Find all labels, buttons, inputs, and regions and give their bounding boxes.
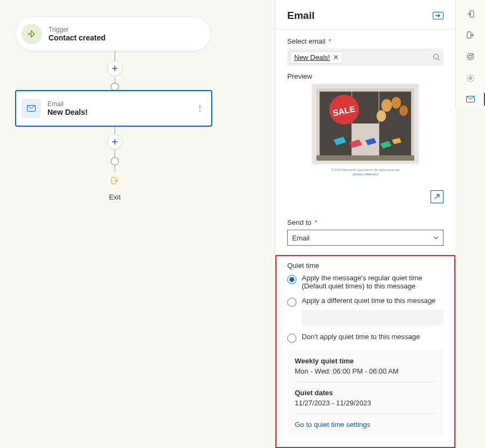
svg-point-2 <box>434 54 439 59</box>
rail-exit-icon[interactable] <box>461 27 480 44</box>
connector <box>114 165 115 172</box>
add-step-button[interactable] <box>107 61 122 76</box>
chevron-down-icon <box>433 236 439 239</box>
right-rail <box>455 0 485 108</box>
panel-header: Email <box>275 0 455 30</box>
email-select-field[interactable]: New Deals! ✕ <box>287 49 444 66</box>
email-node[interactable]: Email New Deals! ⋮ <box>15 90 212 127</box>
preview-meta: © 2023 Microsoft Corporation All rights … <box>287 168 444 177</box>
chip-remove-icon[interactable]: ✕ <box>333 53 339 61</box>
svg-point-19 <box>469 77 472 79</box>
radio-label: Apply the message's regular quiet time (… <box>302 274 444 290</box>
weekly-quiet-time-title: Weekly quiet time <box>295 357 436 365</box>
trigger-icon <box>22 24 42 44</box>
svg-rect-16 <box>467 32 471 38</box>
quiet-time-settings-link[interactable]: Go to quiet time settings <box>295 421 436 435</box>
expand-preview-button[interactable] <box>431 190 444 203</box>
email-preview: SALE © 2023 Microsoft Corporation All ri… <box>287 84 444 197</box>
quiet-dates-title: Quiet dates <box>295 389 436 397</box>
radio-icon <box>287 275 296 284</box>
email-chip-text: New Deals! <box>294 53 330 61</box>
email-node-title: New Deals! <box>47 108 88 116</box>
svg-point-11 <box>391 97 401 109</box>
trigger-node[interactable]: Trigger Contact created <box>16 17 210 51</box>
preview-label: Preview <box>287 72 444 80</box>
email-panel: Email Select email * New Deals! ✕ Previe… <box>275 0 455 448</box>
panel-title: Email <box>287 10 315 22</box>
panel-body: Select email * New Deals! ✕ Preview SALE <box>275 30 455 246</box>
svg-point-12 <box>399 105 408 116</box>
node-more-menu[interactable]: ⋮ <box>193 100 206 117</box>
exit-label: Exit <box>0 193 230 201</box>
svg-point-13 <box>377 110 386 122</box>
divider <box>295 413 436 414</box>
preview-image: SALE <box>311 84 419 164</box>
rail-email-icon[interactable] <box>461 91 480 108</box>
send-to-label: Send to * <box>287 218 444 226</box>
radio-label: Apply a different quiet time to this mes… <box>302 297 435 305</box>
radio-icon <box>287 334 296 343</box>
radio-label: Don't apply quiet time to this message <box>302 333 420 341</box>
email-icon <box>22 99 41 118</box>
search-icon[interactable] <box>433 53 440 61</box>
rail-target-icon[interactable] <box>461 48 480 65</box>
trigger-title: Contact created <box>48 33 106 42</box>
send-to-value: Email <box>292 234 310 242</box>
email-chip[interactable]: New Deals! ✕ <box>290 51 343 64</box>
quiet-time-option-none[interactable]: Don't apply quiet time to this message <box>287 333 444 343</box>
weekly-quiet-time-value: Mon - Wed: 06:00 PM - 06:00 AM <box>295 367 436 375</box>
trigger-label: Trigger <box>48 26 106 33</box>
connector-joint <box>110 157 119 166</box>
svg-point-10 <box>382 99 392 112</box>
email-node-label: Email <box>47 100 88 108</box>
add-step-button[interactable] <box>107 134 122 149</box>
journey-canvas: Trigger Contact created Email New Deals!… <box>0 0 275 448</box>
connector <box>114 150 115 157</box>
send-to-dropdown[interactable]: Email <box>287 230 444 246</box>
quiet-dates-value: 11/27/2023 - 11/29/2023 <box>295 399 436 407</box>
svg-rect-14 <box>316 155 414 161</box>
rail-settings-icon[interactable] <box>461 70 480 87</box>
quiet-time-title: Quiet time <box>287 261 444 270</box>
exit-icon <box>106 172 123 189</box>
divider <box>295 382 436 382</box>
quiet-time-summary: Weekly quiet time Mon - Wed: 06:00 PM - … <box>287 349 444 437</box>
quiet-time-option-regular[interactable]: Apply the message's regular quiet time (… <box>287 274 444 290</box>
svg-rect-15 <box>470 11 474 17</box>
email-node-text: Email New Deals! <box>47 100 88 116</box>
quiet-time-option-different[interactable]: Apply a different quiet time to this mes… <box>287 297 444 307</box>
panel-header-icon[interactable] <box>433 12 444 19</box>
radio-icon <box>287 298 296 307</box>
rail-enter-icon[interactable] <box>461 5 480 23</box>
quiet-time-different-input[interactable] <box>302 310 444 325</box>
quiet-time-section: Quiet time Apply the message's regular q… <box>275 255 455 448</box>
trigger-text: Trigger Contact created <box>48 26 106 42</box>
select-email-label: Select email * <box>287 37 444 45</box>
